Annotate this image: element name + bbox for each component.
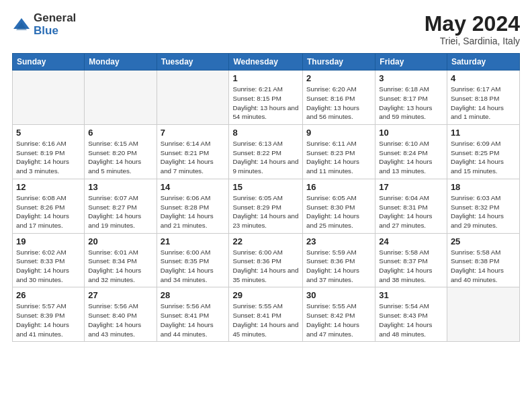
table-row: 19Sunrise: 6:02 AM Sunset: 8:33 PM Dayli… (13, 233, 85, 287)
table-row (447, 287, 519, 342)
day-number: 5 (16, 128, 81, 138)
day-info: Sunrise: 5:56 AM Sunset: 8:41 PM Dayligh… (161, 302, 226, 338)
logo-icon (12, 15, 31, 34)
day-info: Sunrise: 6:07 AM Sunset: 8:27 PM Dayligh… (88, 193, 152, 230)
table-row: 18Sunrise: 6:03 AM Sunset: 8:32 PM Dayli… (447, 179, 519, 233)
day-info: Sunrise: 6:03 AM Sunset: 8:32 PM Dayligh… (451, 193, 516, 230)
calendar-week-row: 19Sunrise: 6:02 AM Sunset: 8:33 PM Dayli… (13, 233, 520, 287)
table-row: 16Sunrise: 6:05 AM Sunset: 8:30 PM Dayli… (303, 179, 375, 233)
table-row (85, 71, 157, 125)
day-number: 17 (379, 182, 443, 192)
table-row: 7Sunrise: 6:14 AM Sunset: 8:21 PM Daylig… (157, 125, 229, 179)
day-number: 3 (379, 73, 443, 83)
header-monday: Monday (85, 54, 157, 71)
day-info: Sunrise: 6:15 AM Sunset: 8:20 PM Dayligh… (88, 139, 152, 176)
day-info: Sunrise: 6:02 AM Sunset: 8:33 PM Dayligh… (16, 248, 81, 285)
day-info: Sunrise: 5:54 AM Sunset: 8:43 PM Dayligh… (379, 302, 443, 338)
table-row: 28Sunrise: 5:56 AM Sunset: 8:41 PM Dayli… (157, 287, 229, 342)
day-info: Sunrise: 5:55 AM Sunset: 8:41 PM Dayligh… (232, 302, 299, 338)
table-row: 8Sunrise: 6:13 AM Sunset: 8:22 PM Daylig… (229, 125, 303, 179)
day-info: Sunrise: 6:09 AM Sunset: 8:25 PM Dayligh… (451, 139, 516, 176)
calendar-week-row: 12Sunrise: 6:08 AM Sunset: 8:26 PM Dayli… (13, 179, 520, 233)
header-thursday: Thursday (303, 54, 375, 71)
header-sunday: Sunday (13, 54, 85, 71)
day-number: 15 (232, 182, 299, 192)
weekday-header-row: Sunday Monday Tuesday Wednesday Thursday… (13, 54, 520, 71)
day-info: Sunrise: 6:04 AM Sunset: 8:31 PM Dayligh… (379, 193, 443, 230)
day-info: Sunrise: 6:11 AM Sunset: 8:23 PM Dayligh… (306, 139, 371, 176)
header-friday: Friday (375, 54, 447, 71)
day-info: Sunrise: 6:17 AM Sunset: 8:18 PM Dayligh… (451, 85, 516, 122)
day-number: 30 (306, 290, 371, 300)
table-row (13, 71, 85, 125)
table-row: 17Sunrise: 6:04 AM Sunset: 8:31 PM Dayli… (375, 179, 447, 233)
day-info: Sunrise: 6:08 AM Sunset: 8:26 PM Dayligh… (16, 193, 81, 230)
calendar-table: Sunday Monday Tuesday Wednesday Thursday… (12, 53, 520, 342)
table-row: 14Sunrise: 6:06 AM Sunset: 8:28 PM Dayli… (157, 179, 229, 233)
day-number: 6 (88, 128, 152, 138)
day-number: 12 (16, 182, 81, 192)
day-info: Sunrise: 6:10 AM Sunset: 8:24 PM Dayligh… (379, 139, 443, 176)
day-number: 2 (306, 73, 371, 83)
table-row: 24Sunrise: 5:58 AM Sunset: 8:37 PM Dayli… (375, 233, 447, 287)
day-number: 25 (451, 236, 516, 246)
day-number: 11 (451, 128, 516, 138)
header-tuesday: Tuesday (157, 54, 229, 71)
header-wednesday: Wednesday (229, 54, 303, 71)
day-info: Sunrise: 5:55 AM Sunset: 8:42 PM Dayligh… (306, 302, 371, 338)
table-row: 1Sunrise: 6:21 AM Sunset: 8:15 PM Daylig… (229, 71, 303, 125)
day-number: 9 (306, 128, 371, 138)
table-row: 20Sunrise: 6:01 AM Sunset: 8:34 PM Dayli… (85, 233, 157, 287)
calendar-week-row: 1Sunrise: 6:21 AM Sunset: 8:15 PM Daylig… (13, 71, 520, 125)
table-row: 29Sunrise: 5:55 AM Sunset: 8:41 PM Dayli… (229, 287, 303, 342)
day-number: 23 (306, 236, 371, 246)
day-number: 4 (451, 73, 516, 83)
table-row: 13Sunrise: 6:07 AM Sunset: 8:27 PM Dayli… (85, 179, 157, 233)
day-info: Sunrise: 5:58 AM Sunset: 8:37 PM Dayligh… (379, 248, 443, 285)
day-number: 1 (232, 73, 299, 83)
header: General Blue May 2024 Triei, Sardinia, I… (12, 12, 520, 46)
day-number: 31 (379, 290, 443, 300)
title-month: May 2024 (425, 12, 520, 36)
table-row: 26Sunrise: 5:57 AM Sunset: 8:39 PM Dayli… (13, 287, 85, 342)
table-row: 3Sunrise: 6:18 AM Sunset: 8:17 PM Daylig… (375, 71, 447, 125)
day-info: Sunrise: 6:21 AM Sunset: 8:15 PM Dayligh… (232, 85, 299, 122)
table-row: 30Sunrise: 5:55 AM Sunset: 8:42 PM Dayli… (303, 287, 375, 342)
day-info: Sunrise: 6:00 AM Sunset: 8:36 PM Dayligh… (232, 248, 299, 285)
day-number: 13 (88, 182, 152, 192)
title-location: Triei, Sardinia, Italy (425, 36, 520, 46)
day-info: Sunrise: 6:16 AM Sunset: 8:19 PM Dayligh… (16, 139, 81, 176)
logo-general: General (34, 12, 76, 25)
day-number: 28 (161, 290, 226, 300)
day-number: 7 (161, 128, 226, 138)
table-row: 9Sunrise: 6:11 AM Sunset: 8:23 PM Daylig… (303, 125, 375, 179)
day-info: Sunrise: 6:14 AM Sunset: 8:21 PM Dayligh… (161, 139, 226, 176)
day-info: Sunrise: 6:06 AM Sunset: 8:28 PM Dayligh… (161, 193, 226, 230)
day-number: 24 (379, 236, 443, 246)
table-row: 6Sunrise: 6:15 AM Sunset: 8:20 PM Daylig… (85, 125, 157, 179)
table-row: 10Sunrise: 6:10 AM Sunset: 8:24 PM Dayli… (375, 125, 447, 179)
table-row: 27Sunrise: 5:56 AM Sunset: 8:40 PM Dayli… (85, 287, 157, 342)
day-number: 21 (161, 236, 226, 246)
day-number: 18 (451, 182, 516, 192)
day-number: 10 (379, 128, 443, 138)
table-row: 31Sunrise: 5:54 AM Sunset: 8:43 PM Dayli… (375, 287, 447, 342)
day-info: Sunrise: 6:05 AM Sunset: 8:29 PM Dayligh… (232, 193, 299, 230)
table-row: 2Sunrise: 6:20 AM Sunset: 8:16 PM Daylig… (303, 71, 375, 125)
logo: General Blue (12, 12, 76, 37)
table-row: 22Sunrise: 6:00 AM Sunset: 8:36 PM Dayli… (229, 233, 303, 287)
table-row: 12Sunrise: 6:08 AM Sunset: 8:26 PM Dayli… (13, 179, 85, 233)
calendar-week-row: 5Sunrise: 6:16 AM Sunset: 8:19 PM Daylig… (13, 125, 520, 179)
table-row: 15Sunrise: 6:05 AM Sunset: 8:29 PM Dayli… (229, 179, 303, 233)
table-row: 5Sunrise: 6:16 AM Sunset: 8:19 PM Daylig… (13, 125, 85, 179)
day-info: Sunrise: 5:59 AM Sunset: 8:36 PM Dayligh… (306, 248, 371, 285)
day-info: Sunrise: 6:18 AM Sunset: 8:17 PM Dayligh… (379, 85, 443, 122)
day-number: 19 (16, 236, 81, 246)
day-number: 8 (232, 128, 299, 138)
page: General Blue May 2024 Triei, Sardinia, I… (0, 0, 532, 411)
day-info: Sunrise: 6:13 AM Sunset: 8:22 PM Dayligh… (232, 139, 299, 176)
table-row: 23Sunrise: 5:59 AM Sunset: 8:36 PM Dayli… (303, 233, 375, 287)
day-info: Sunrise: 6:00 AM Sunset: 8:35 PM Dayligh… (161, 248, 226, 285)
day-number: 20 (88, 236, 152, 246)
day-number: 29 (232, 290, 299, 300)
